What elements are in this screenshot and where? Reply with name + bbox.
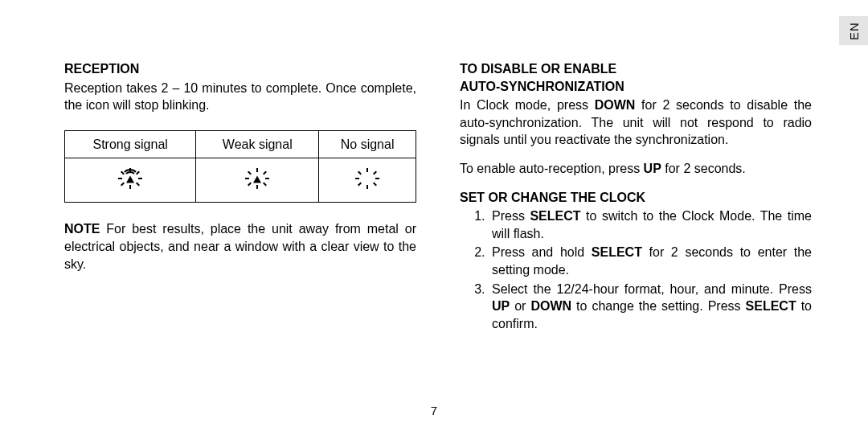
step-2: Press and hold SELECT for 2 seconds to e… [489, 244, 812, 278]
right-column: TO DISABLE OR ENABLE AUTO-SYNCHRONIZATIO… [460, 60, 820, 411]
reception-note: NOTE For best results, place the unit aw… [64, 220, 416, 273]
signal-table: Strong signal Weak signal No signal [64, 130, 416, 203]
signal-col-weak: Weak signal [196, 130, 319, 158]
heading-autosync-line1: TO DISABLE OR ENABLE [460, 62, 616, 76]
p2-post: for 2 seconds. [661, 162, 746, 175]
step1-text: Press SELECT to switch to the Clock Mode… [492, 209, 812, 240]
up-key-label: UP [644, 162, 661, 175]
down-key-label: DOWN [595, 98, 636, 112]
note-label: NOTE [64, 222, 100, 236]
set-clock-steps: Press SELECT to switch to the Clock Mode… [460, 207, 812, 332]
strong-signal-cell [65, 158, 196, 203]
p2-pre: To enable auto-reception, press [460, 162, 644, 175]
signal-col-strong: Strong signal [65, 130, 196, 158]
reception-intro: Reception takes 2 – 10 minutes to comple… [64, 80, 416, 114]
autosync-disable-text: In Clock mode, press DOWN for 2 seconds … [460, 96, 812, 149]
no-signal-cell [319, 158, 416, 203]
step3-text: Select the 12/24-hour format, hour, and … [492, 282, 812, 330]
language-code: EN [847, 22, 861, 40]
weak-signal-icon [247, 170, 268, 187]
autosync-enable-text: To enable auto-reception, press UP for 2… [460, 160, 812, 178]
heading-autosync: TO DISABLE OR ENABLE AUTO-SYNCHRONIZATIO… [460, 60, 812, 95]
no-signal-icon [357, 170, 378, 187]
weak-signal-cell [196, 158, 319, 203]
heading-autosync-line2: AUTO-SYNCHRONIZATION [460, 80, 624, 93]
note-text: For best results, place the unit away fr… [64, 222, 416, 270]
step-1: Press SELECT to switch to the Clock Mode… [489, 207, 812, 242]
step2-text: Press and hold SELECT for 2 seconds to e… [492, 245, 812, 277]
manual-page: RECEPTION Reception takes 2 – 10 minutes… [0, 0, 868, 435]
p1-pre: In Clock mode, press [460, 98, 595, 112]
strong-signal-icon [120, 170, 141, 187]
page-number: 7 [431, 404, 437, 417]
left-column: RECEPTION Reception takes 2 – 10 minutes… [64, 60, 416, 411]
language-tab: EN [839, 16, 868, 45]
heading-reception: RECEPTION [64, 60, 416, 78]
step-3: Select the 12/24-hour format, hour, and … [489, 281, 812, 333]
signal-col-none: No signal [319, 130, 416, 158]
heading-set-clock: SET OR CHANGE THE CLOCK [460, 189, 812, 207]
